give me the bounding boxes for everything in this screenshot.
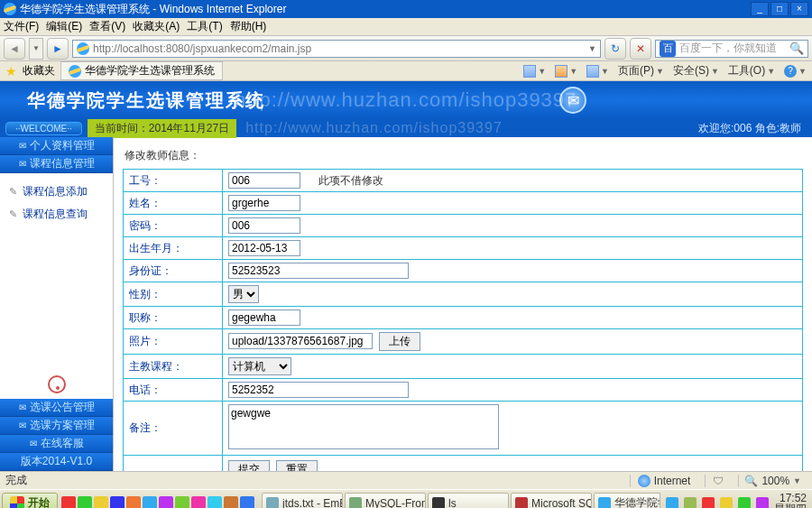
menu-file[interactable]: 文件(F) xyxy=(4,19,39,34)
menu-view[interactable]: 查看(V) xyxy=(89,19,125,34)
tray-icon[interactable] xyxy=(702,497,715,509)
window-title: 华德学院学生选课管理系统 - Windows Internet Explorer xyxy=(20,2,286,17)
textarea-memo[interactable] xyxy=(228,404,499,449)
quick-launch-icon[interactable] xyxy=(191,496,206,509)
taskbar-item-label: jtds.txt - EmEditor xyxy=(282,497,343,509)
help-icon: ? xyxy=(784,65,797,78)
welcome-tag: ··WELCOME·· xyxy=(5,122,82,135)
page-menu[interactable]: 页面(P)▼ xyxy=(618,63,664,79)
submit-button[interactable]: 提交 xyxy=(228,460,270,471)
quick-launch-icon[interactable] xyxy=(175,496,189,509)
app-icon xyxy=(266,497,279,509)
stop-button[interactable]: ✕ xyxy=(630,38,651,60)
quick-launch xyxy=(58,496,258,509)
quick-launch-icon[interactable] xyxy=(94,496,108,509)
input-name[interactable] xyxy=(228,195,300,211)
sidebar-section-course[interactable]: ✉课程信息管理 xyxy=(0,155,113,173)
taskbar-item[interactable]: MySQL-Front xyxy=(345,493,426,509)
envelope-icon: ✉ xyxy=(19,159,26,169)
quick-launch-icon[interactable] xyxy=(240,496,254,509)
favorites-star-icon[interactable]: ★ xyxy=(5,64,17,79)
input-photo[interactable] xyxy=(228,333,373,349)
feeds-button[interactable]: ▼ xyxy=(555,65,577,78)
input-title[interactable] xyxy=(228,309,300,326)
input-password[interactable] xyxy=(228,217,300,234)
quick-launch-icon[interactable] xyxy=(208,496,222,509)
quick-launch-icon[interactable] xyxy=(143,496,157,509)
menu-tools[interactable]: 工具(T) xyxy=(187,19,222,34)
feeds-icon xyxy=(555,65,567,78)
sidebar-section-plan[interactable]: ✉选课方案管理 xyxy=(0,417,113,435)
browser-tab[interactable]: 华德学院学生选课管理系统 xyxy=(60,61,223,80)
close-button[interactable]: × xyxy=(790,2,808,16)
quick-launch-icon[interactable] xyxy=(224,496,238,509)
taskbar-item[interactable]: Microsoft SQL Serve... xyxy=(511,493,592,509)
back-history-dropdown[interactable]: ▼ xyxy=(29,38,43,60)
taskbar-clock: 17:52星期四 xyxy=(774,493,810,509)
start-button[interactable]: 开始 xyxy=(2,493,58,509)
menu-favorites[interactable]: 收藏夹(A) xyxy=(133,19,180,34)
sidebar-section-profile[interactable]: ✉个人资料管理 xyxy=(0,137,113,155)
refresh-button[interactable]: ↻ xyxy=(604,38,626,60)
taskbar-item[interactable]: ls xyxy=(428,493,509,509)
taskbar-item[interactable]: jtds.txt - EmEditor xyxy=(262,493,343,509)
back-button[interactable]: ◄ xyxy=(4,38,25,60)
security-zone[interactable]: Internet xyxy=(630,475,698,487)
quick-launch-icon[interactable] xyxy=(126,496,141,509)
sidebar-link-course-add[interactable]: ✎课程信息添加 xyxy=(5,180,107,203)
status-text: 完成 xyxy=(5,473,27,488)
safety-menu[interactable]: 安全(S)▼ xyxy=(673,63,719,79)
quick-launch-icon[interactable] xyxy=(78,496,92,509)
quick-launch-icon[interactable] xyxy=(159,496,173,509)
address-dropdown-icon[interactable]: ▼ xyxy=(588,44,596,53)
home-button[interactable]: ▼ xyxy=(523,65,546,78)
select-sex[interactable]: 男 xyxy=(228,285,259,303)
label-id: 工号： xyxy=(124,170,223,192)
sidebar-section-notice[interactable]: ✉选课公告管理 xyxy=(0,399,113,417)
tray-icon[interactable] xyxy=(684,497,697,509)
menu-edit[interactable]: 编辑(E) xyxy=(46,19,82,34)
input-birth[interactable] xyxy=(228,240,300,256)
status-bar: 完成 Internet 🛡 🔍100%▼ xyxy=(0,471,812,489)
system-tray xyxy=(660,493,774,509)
select-course[interactable]: 计算机 xyxy=(228,357,291,375)
favorites-label[interactable]: 收藏夹 xyxy=(23,63,55,79)
tab-title: 华德学院学生选课管理系统 xyxy=(85,63,215,79)
minimize-button[interactable]: _ xyxy=(751,2,769,16)
id-hint: 此项不借修改 xyxy=(318,174,383,187)
address-bar[interactable]: http://localhost:8080/jspxuankecom2/main… xyxy=(72,40,601,58)
label-idcard: 身份证： xyxy=(124,260,223,282)
quick-launch-icon[interactable] xyxy=(110,496,125,509)
zoom-control[interactable]: 🔍100%▼ xyxy=(738,475,807,487)
mail-button[interactable]: ▼ xyxy=(586,65,609,78)
taskbar-item[interactable]: 华德学院学生选课管... xyxy=(594,493,660,509)
search-box[interactable]: 百 百度一下，你就知道 🔍 xyxy=(655,40,808,58)
envelope-icon: ✉ xyxy=(30,439,37,448)
cursor-marker-icon xyxy=(48,375,66,393)
maximize-button[interactable]: □ xyxy=(770,2,789,16)
pencil-icon: ✎ xyxy=(9,208,17,220)
tray-icon[interactable] xyxy=(756,497,769,509)
app-banner: 华德学院学生选课管理系统 ✉ http://www.huzhan.com/ish… xyxy=(0,81,812,119)
search-icon[interactable]: 🔍 xyxy=(789,42,804,55)
app-icon xyxy=(432,497,445,509)
label-photo: 照片： xyxy=(124,329,223,355)
upload-button[interactable]: 上传 xyxy=(379,332,420,351)
watermark-2: http://www.huzhan.com/ishop39397 xyxy=(236,120,698,136)
tools-menu[interactable]: 工具(O)▼ xyxy=(728,63,775,79)
input-id[interactable] xyxy=(228,172,300,189)
help-button[interactable]: ?▼ xyxy=(784,65,807,78)
sidebar-link-course-query[interactable]: ✎课程信息查询 xyxy=(5,203,107,226)
forward-button[interactable]: ► xyxy=(47,38,69,60)
main-body: ✉个人资料管理 ✉课程信息管理 ✎课程信息添加 ✎课程信息查询 ✉选课公告管理 … xyxy=(0,137,812,471)
menu-help[interactable]: 帮助(H) xyxy=(230,19,267,34)
tray-icon[interactable] xyxy=(738,497,751,509)
tray-icon[interactable] xyxy=(666,497,678,509)
quick-launch-icon[interactable] xyxy=(61,496,76,509)
tray-icon[interactable] xyxy=(720,497,733,509)
home-icon xyxy=(523,65,536,78)
input-idcard[interactable] xyxy=(228,263,409,279)
sidebar-section-service[interactable]: ✉在线客服 xyxy=(0,435,113,453)
reset-button[interactable]: 重置 xyxy=(276,460,318,471)
input-tel[interactable] xyxy=(228,382,409,398)
